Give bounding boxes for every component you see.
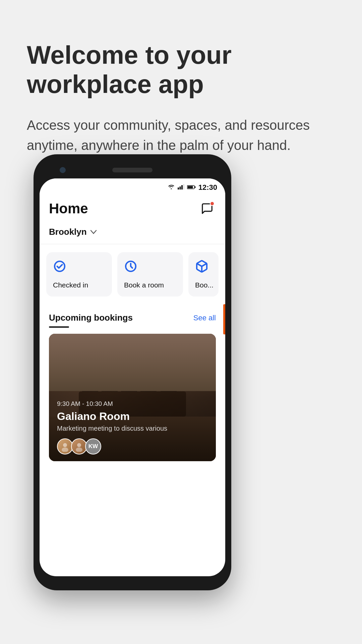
phone-screen: 12:30 Home Brooklyn [40, 178, 225, 576]
svg-point-10 [63, 443, 67, 447]
quick-actions: Checked in Book a room [40, 244, 225, 305]
svg-point-13 [76, 447, 82, 452]
phone-speaker [112, 168, 153, 172]
box-icon [195, 260, 208, 273]
location-name: Brooklyn [49, 227, 87, 237]
hero-section: Welcome to your workplace app Access you… [0, 0, 362, 175]
booking-avatars: KW [57, 438, 208, 454]
status-icons: 12:30 [168, 183, 217, 192]
phone-mockup: 12:30 Home Brooklyn [34, 154, 231, 590]
bookings-header: Upcoming bookings See all [49, 313, 216, 323]
action-label-book-room: Book a room [124, 281, 176, 289]
notification-button[interactable] [198, 200, 216, 217]
action-card-checked-in[interactable]: Checked in [46, 252, 112, 297]
see-all-button[interactable]: See all [193, 314, 216, 322]
scroll-indicator [223, 304, 225, 334]
booking-card[interactable]: 9:30 AM - 10:30 AM Galiano Room Marketin… [49, 334, 216, 461]
phone-shell: 12:30 Home Brooklyn [34, 154, 231, 590]
check-circle-icon [53, 260, 66, 273]
avatar-kw-initials: KW [88, 443, 98, 450]
svg-rect-1 [179, 186, 181, 190]
svg-rect-6 [194, 186, 195, 188]
svg-rect-5 [187, 186, 193, 188]
action-card-book-desk[interactable]: Boo... [188, 252, 219, 297]
booking-room: Galiano Room [57, 410, 208, 423]
hero-subtitle: Access your community, spaces, and resou… [27, 115, 335, 155]
clock-icon [124, 260, 137, 273]
booking-description: Marketing meeting to discuss various [57, 425, 208, 432]
app-title: Home [49, 201, 88, 217]
avatar-kw: KW [85, 438, 101, 454]
app-header: Home [40, 195, 225, 224]
signal-icon [178, 184, 184, 191]
svg-rect-2 [181, 185, 183, 190]
status-bar: 12:30 [40, 178, 225, 195]
chevron-down-icon [90, 228, 97, 236]
avatar-2 [71, 438, 87, 454]
phone-top-bar [40, 162, 225, 178]
bookings-underline [49, 326, 69, 328]
svg-point-11 [62, 447, 68, 452]
svg-rect-0 [178, 187, 179, 190]
action-label-checked-in: Checked in [53, 281, 105, 289]
hero-title: Welcome to your workplace app [27, 40, 335, 99]
bookings-title: Upcoming bookings [49, 313, 133, 323]
status-time: 12:30 [198, 183, 217, 192]
svg-point-12 [77, 443, 81, 447]
notification-dot [210, 201, 215, 206]
action-card-book-room[interactable]: Book a room [117, 252, 183, 297]
bookings-section: Upcoming bookings See all [40, 305, 225, 467]
avatar-1 [57, 438, 73, 454]
location-selector[interactable]: Brooklyn [40, 224, 225, 244]
booking-time: 9:30 AM - 10:30 AM [57, 400, 208, 408]
wifi-icon [168, 184, 175, 191]
battery-icon [187, 184, 196, 191]
phone-camera [60, 167, 66, 173]
svg-rect-3 [183, 184, 184, 190]
action-label-book-desk: Boo... [195, 281, 212, 289]
booking-content: 9:30 AM - 10:30 AM Galiano Room Marketin… [49, 393, 216, 461]
